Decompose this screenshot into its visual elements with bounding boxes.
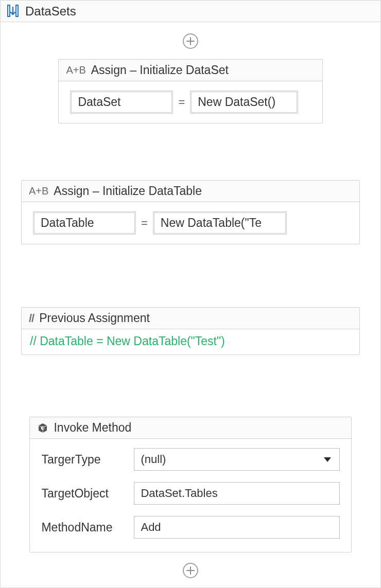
activity-body: TargerType (null) TargetObject MethodNam… [30,439,351,552]
target-type-select[interactable]: (null) [134,448,339,471]
workflow-body: A+B Assign – Initialize DataSet DataSet … [1,22,380,587]
property-label: TargerType [41,453,134,467]
activity-header[interactable]: A+B Assign – Initialize DataSet [59,60,322,81]
comment-icon: // [29,312,34,325]
equals-label: = [140,217,149,230]
svg-rect-0 [8,5,10,16]
activity-header[interactable]: A+B Assign – Initialize DataTable [22,181,359,202]
activity-header[interactable]: // Previous Assignment [22,308,359,329]
property-row-target-type: TargerType (null) [41,448,339,471]
activity-title: Invoke Method [54,421,131,435]
method-name-input[interactable] [134,516,339,539]
activity-body: DataTable = New DataTable("Te [22,202,359,244]
activity-title: Assign – Initialize DataTable [54,184,202,198]
assign-icon: A+B [66,64,85,76]
activity-title: Assign – Initialize DataSet [91,63,229,77]
workflow-container: DataSets A+B Assign – Initialize DataSet… [0,0,381,588]
connector-arrow [190,247,191,303]
comment-text[interactable]: // DataTable = New DataTable("Test") [22,329,359,354]
equals-label: = [177,96,186,109]
assign-value-field[interactable]: New DataTable("Te [153,211,287,235]
invoke-method-activity[interactable]: Invoke Method TargerType (null) TargetOb… [29,417,351,553]
target-object-input[interactable] [134,482,339,505]
property-label: TargetObject [41,487,134,501]
property-label: MethodName [41,521,134,534]
assign-icon: A+B [29,185,48,197]
comment-activity[interactable]: // Previous Assignment // DataTable = Ne… [21,307,360,355]
activity-title: Previous Assignment [39,311,150,325]
assign-activity-1[interactable]: A+B Assign – Initialize DataSet DataSet … [58,59,322,123]
add-activity-bottom-button[interactable] [183,563,198,578]
assign-to-field[interactable]: DataSet [70,91,173,114]
activity-body: DataSet = New DataSet() [59,81,322,123]
sequence-icon [6,4,20,19]
add-activity-top-button[interactable] [183,33,198,49]
chevron-down-icon [324,457,331,462]
assign-to-field[interactable]: DataTable [33,211,136,235]
svg-rect-1 [16,5,18,16]
container-title: DataSets [25,4,76,19]
invoke-method-icon [37,422,48,434]
assign-value-field[interactable]: New DataSet() [190,91,298,114]
property-row-method-name: MethodName [41,516,339,539]
container-title-bar[interactable]: DataSets [1,1,380,22]
connector-arrow [190,358,191,413]
assign-activity-2[interactable]: A+B Assign – Initialize DataTable DataTa… [21,180,360,244]
connector-arrow [190,127,191,176]
target-type-value: (null) [141,453,166,466]
activity-header[interactable]: Invoke Method [30,417,351,439]
property-row-target-object: TargetObject [41,482,339,505]
